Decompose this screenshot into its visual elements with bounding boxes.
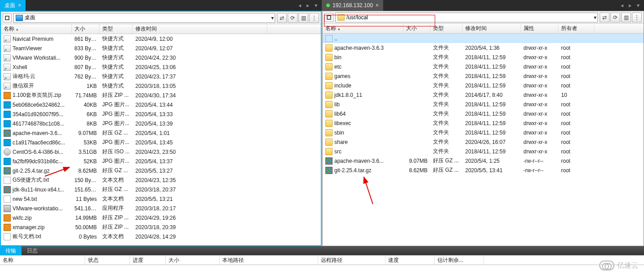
tab-next-icon[interactable]: ▸ [627,2,633,9]
file-row[interactable]: apache-maven-3.6...9.07MB好压 GZ ...2020/5… [1,128,321,138]
column-header-name[interactable]: 名称▴ [323,24,403,33]
refresh-button[interactable]: ⟳ [288,13,298,23]
file-row[interactable]: git-2.25.4.tar.gz8.62MB好压 GZ ...2020/5/5… [323,165,644,175]
jpg-icon [4,111,11,118]
file-row[interactable]: share文件夹2020/4/26, 16:07drwxr-xr-xroot [323,137,644,147]
cell-mtime: 2020/4/9, 12:07 [133,45,267,52]
cell-mtime: 2020/4/29, 19:26 [133,215,267,221]
transfer-header-size[interactable]: 大小 [166,256,220,265]
file-row[interactable]: VMware-workstatio...541.16MB应用程序2020/3/1… [1,204,321,213]
file-row[interactable]: Xshell807 Bytes快捷方式2020/4/25, 13:06 [1,62,321,72]
file-row[interactable]: 账号文档.txt0 Bytes文本文档2020/4/28, 14:29 [1,232,321,241]
file-row[interactable]: GS便捷方式.txt150 Bytes文本文档2020/4/23, 12:35 [1,175,321,185]
remote-path-input[interactable]: ▾ [335,13,598,22]
file-row[interactable]: fa2fbf99dc931b86c...52KBJPG 图片...2020/5/… [1,157,321,166]
file-row[interactable]: c1a917faac6ecd86c...53KBJPG 图片...2020/5/… [1,138,321,147]
chevron-down-icon[interactable]: ▾ [271,15,274,21]
file-row[interactable]: sbin文件夹2018/4/11, 12:59drwxr-xr-xroot [323,128,644,137]
file-row[interactable]: libexec文件夹2018/4/11, 12:59drwxr-xr-xroot [323,118,644,128]
tab-remote-host[interactable]: 192.168.132.100 × [322,0,383,11]
remote-file-list[interactable]: ..apache-maven-3.6.3文件夹2020/5/4, 1:36drw… [323,34,644,246]
gz-icon [325,157,333,165]
cell-size: 762 Bytes [72,74,99,80]
cell-size: 53KB [72,139,99,146]
local-path-input[interactable]: ▾ [13,13,275,23]
file-row[interactable]: .. [323,34,644,43]
file-row[interactable]: VMware Workstati...900 Bytes快捷方式2020/4/2… [1,53,321,62]
file-row[interactable]: bin文件夹2018/4/11, 12:59drwxr-xr-xroot [323,52,644,62]
file-row[interactable]: src文件夹2018/4/11, 12:59drwxr-xr-xroot [323,147,644,156]
transfer-header-status[interactable]: 状态 [85,256,130,265]
column-header-size[interactable]: 大小 [403,24,430,33]
column-header-name[interactable]: 名称▴ [1,24,72,34]
file-row[interactable]: xmanager.zip50.00MB好压 ZIP ...2020/3/18, … [1,222,321,232]
tree-toggle-button[interactable] [324,13,333,22]
close-icon[interactable]: × [18,2,21,9]
transfer-header-progress[interactable]: 进度 [130,256,166,265]
tab-transfer[interactable]: 传输 [0,246,22,255]
file-row[interactable]: Navicat Premium861 Bytes快捷方式2020/4/9, 12… [1,34,321,43]
path-field[interactable] [25,15,273,21]
tab-prev-icon[interactable]: ◂ [297,2,303,9]
path-field[interactable] [346,14,596,21]
column-header-size[interactable]: 大小 [72,24,99,34]
file-row[interactable]: wkfc.zip14.99MB好压 ZIP ...2020/4/29, 19:2… [1,213,321,222]
file-row[interactable]: new 54.txt11 Bytes文本文档2020/5/5, 13:21 [1,194,321,204]
column-header-mtime[interactable]: 修改时间 [133,24,267,34]
refresh-button[interactable]: ⟳ [610,13,620,22]
file-row[interactable]: 1.100套单页简历.zip71.74MB好压 ZIP ...2020/4/30… [1,91,321,100]
file-row[interactable]: etc文件夹2018/4/11, 12:59drwxr-xr-xroot [323,62,644,71]
file-row[interactable]: 谛格玛·云762 Bytes快捷方式2020/4/23, 17:37 [1,72,321,81]
local-file-list[interactable]: Navicat Premium861 Bytes快捷方式2020/4/9, 12… [1,34,321,245]
close-icon[interactable]: × [376,2,379,9]
tab-menu-icon[interactable]: ▾ [635,2,641,9]
file-row[interactable]: CentOS-6.4-i386-bi...3.51GB好压 ISO ...202… [1,147,321,157]
transfer-header-remotepath[interactable]: 远程路径 [318,256,385,265]
transfer-header-name[interactable]: 名称 [0,256,85,265]
column-header-owner[interactable]: 所有者 [558,24,594,33]
file-row[interactable]: apache-maven-3.6...9.07MB好压 GZ ...2020/5… [323,156,644,165]
transfer-header-localpath[interactable]: 本地路径 [220,256,318,265]
view-button[interactable]: ▥ [621,13,631,22]
file-row[interactable]: 微信双开1KB快捷方式2020/3/18, 13:05 [1,81,321,91]
options-button[interactable]: ⋮ [309,13,319,23]
tab-menu-icon[interactable]: ▾ [313,2,319,9]
transfer-header-eta[interactable]: 估计剩余... [435,256,484,265]
transfer-header-speed[interactable]: 速度 [385,256,435,265]
file-row[interactable]: 4617746878bc1c08...8KBJPG 图片...2020/5/4,… [1,119,321,128]
tab-prev-icon[interactable]: ◂ [619,2,625,9]
tree-toggle-button[interactable] [3,13,12,22]
file-row[interactable]: apache-maven-3.6.3文件夹2020/5/4, 1:36drwxr… [323,43,644,52]
column-header-mtime[interactable]: 修改时间 [462,24,521,33]
gz-icon [4,167,11,174]
file-row[interactable]: 354a01d926007f95...6KBJPG 图片...2020/5/4,… [1,109,321,119]
file-row[interactable]: include文件夹2018/4/11, 12:59drwxr-xr-xroot [323,81,644,90]
options-button[interactable]: ⋮ [632,13,642,22]
column-header-type[interactable]: 类型 [430,24,462,33]
column-header-type[interactable]: 类型 [99,24,133,34]
view-button[interactable]: ▥ [298,13,308,23]
file-row[interactable]: jdk1.8.0_11文件夹2014/6/17, 8:40drwxr-xr-x1… [323,90,644,100]
file-row[interactable]: lib64文件夹2018/4/11, 12:59drwxr-xr-xroot [323,109,644,118]
local-panel: ▾ ⇄ ⟳ ▥ ⋮ 名称▴大小类型修改时间 Navicat Premium861… [0,11,322,246]
tab-local-desktop[interactable]: 桌面 × [0,0,26,11]
tab-next-icon[interactable]: ▸ [305,2,311,9]
chevron-down-icon[interactable]: ▾ [594,14,596,21]
file-name: jdk1.8.0_11 [334,92,362,98]
transfer-button[interactable]: ⇄ [277,13,287,23]
cell-size: 151.65MB [72,187,99,193]
file-row[interactable]: git-2.25.4.tar.gz8.62MB好压 GZ ...2020/5/5… [1,166,321,175]
tab-log[interactable]: 日志 [22,246,43,255]
file-row[interactable]: TeamViewer833 Bytes快捷方式2020/4/9, 12:07 [1,43,321,53]
cell-mtime: 2020/3/18, 20:39 [133,224,267,231]
transfer-button[interactable]: ⇄ [600,13,609,22]
file-row[interactable]: games文件夹2018/4/11, 12:59drwxr-xr-xroot [323,71,644,81]
file-row[interactable]: 5eb068ce6e324862...40KBJPG 图片...2020/5/4… [1,100,321,109]
column-header-attr[interactable]: 属性 [521,24,558,33]
cell-size: 1KB [72,83,99,89]
jpg-icon [4,101,11,109]
cell-name: libexec [323,120,403,127]
file-row[interactable]: jdk-8u11-linux-x64.t...151.65MB好压 GZ ...… [1,185,321,194]
tab-label: 192.168.132.100 [333,2,373,9]
file-row[interactable]: lib文件夹2018/4/11, 12:59drwxr-xr-xroot [323,100,644,109]
